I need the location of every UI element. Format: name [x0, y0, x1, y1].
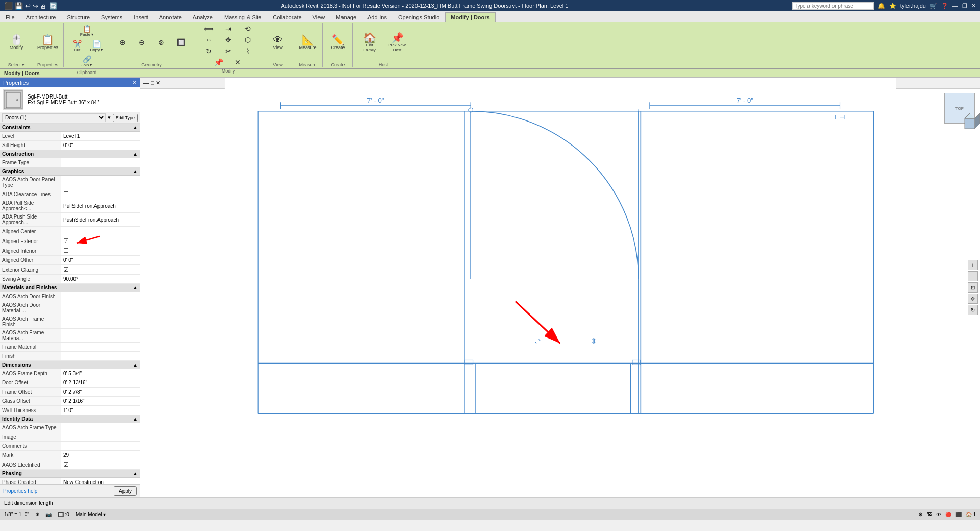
modify-button[interactable]: 🖱️ Modify	[5, 33, 28, 52]
rotate-button[interactable]: ↻	[200, 46, 218, 56]
comments-value[interactable]	[61, 442, 140, 450]
fit-view-btn[interactable]: ⊡	[968, 282, 978, 293]
unjoin-geometry-button[interactable]: ⊗	[152, 37, 170, 47]
design-options-icon[interactable]: 🏗	[927, 512, 932, 517]
properties-button[interactable]: 📋 Properties	[35, 33, 60, 52]
wall-joins-button[interactable]: 🔲	[172, 37, 190, 47]
aligned-exterior-value[interactable]	[61, 236, 140, 246]
qa-sync[interactable]: 🔄	[49, 2, 57, 10]
reveal-hidden-icon[interactable]: 👁	[936, 512, 941, 517]
pick-new-host-button[interactable]: 📌 Pick NewHost	[384, 31, 410, 54]
image-value[interactable]	[61, 432, 140, 441]
mark-value[interactable]: 29	[61, 451, 140, 460]
help-icon[interactable]: ❓	[941, 3, 948, 9]
zoom-in-btn[interactable]: +	[968, 260, 978, 270]
orbit-btn[interactable]: ↻	[968, 305, 978, 315]
pin-button[interactable]: 📌	[209, 57, 228, 67]
section-phasing[interactable]: Phasing ▲	[0, 470, 140, 478]
delete-button[interactable]: ✕	[229, 57, 247, 67]
section-constraints[interactable]: Constraints ▲	[0, 124, 140, 132]
nav-cube[interactable]: TOP	[944, 93, 975, 124]
electrified-checkbox[interactable]	[63, 461, 69, 468]
paste-button[interactable]: 📋 Paste ▾	[77, 23, 97, 38]
close-btn[interactable]: ✕	[971, 3, 976, 9]
temporary-hide-icon[interactable]: 🔴	[945, 512, 951, 517]
tab-annotate[interactable]: Annotate	[154, 12, 187, 22]
apply-button[interactable]: Apply	[114, 486, 137, 496]
qa-undo[interactable]: ↩	[25, 2, 31, 10]
tab-architecture[interactable]: Architecture	[20, 12, 62, 22]
frame-offset-value[interactable]: 0' 2 7/8"	[61, 388, 140, 396]
exterior-glazing-value[interactable]	[61, 265, 140, 274]
copy-element-button[interactable]: ⬡	[238, 35, 257, 45]
qa-redo[interactable]: ↪	[33, 2, 38, 10]
section-materials[interactable]: Materials and Finishes ▲	[0, 284, 140, 292]
scale-label[interactable]: 1/8" = 1'-0"	[4, 512, 29, 517]
properties-close-icon[interactable]: ✕	[132, 79, 137, 86]
tab-systems[interactable]: Systems	[95, 12, 128, 22]
minimize-btn[interactable]: —	[952, 3, 958, 9]
tab-massing[interactable]: Massing & Site	[218, 12, 267, 22]
qa-print[interactable]: 🖨	[40, 2, 47, 10]
sill-height-value[interactable]: 0' 0"	[61, 141, 140, 150]
section-identity[interactable]: Identity Data ▲	[0, 415, 140, 423]
ada-pull-value[interactable]: PullSideFrontApproach	[61, 199, 140, 212]
tab-view[interactable]: View	[307, 12, 331, 22]
workset-icon[interactable]: ⚙	[918, 512, 923, 517]
tab-structure[interactable]: Structure	[61, 12, 95, 22]
view-control-icon[interactable]: ⬛	[955, 512, 962, 517]
arch-door-finish-value[interactable]	[61, 292, 140, 301]
pan-btn[interactable]: ✥	[968, 294, 978, 304]
ada-clearance-value[interactable]	[61, 189, 140, 199]
exterior-glazing-checkbox[interactable]	[63, 266, 69, 273]
arch-door-material-value[interactable]	[61, 301, 140, 315]
arch-frame-type-value[interactable]	[61, 423, 140, 432]
split-button[interactable]: ⌇	[238, 46, 257, 56]
glass-offset-value[interactable]: 0' 2 1/16"	[61, 397, 140, 405]
arch-frame-material-value[interactable]	[61, 329, 140, 342]
copy-button[interactable]: 📄 Copy ▾	[87, 39, 106, 54]
properties-help-link[interactable]: Properties help	[3, 488, 37, 494]
tab-manage[interactable]: Manage	[330, 12, 362, 22]
tab-analyze[interactable]: Analyze	[187, 12, 218, 22]
maximize-btn[interactable]: ❐	[962, 3, 967, 9]
frame-material-value[interactable]	[61, 343, 140, 351]
swing-angle-value[interactable]: 90.00°	[61, 275, 140, 283]
tab-addins[interactable]: Add-Ins	[362, 12, 393, 22]
qa-save[interactable]: 💾	[15, 2, 23, 10]
cut-geometry-button[interactable]: ⊕	[113, 37, 132, 47]
ada-push-value[interactable]: PushSideFrontApproach	[61, 213, 140, 226]
create-button[interactable]: ✏️ Create	[327, 33, 349, 52]
element-selector[interactable]: Doors (1)	[2, 113, 106, 122]
search-input[interactable]	[792, 2, 874, 10]
cut-button[interactable]: ✂️ Cut	[68, 39, 86, 54]
view-model-selector[interactable]: Main Model ▾	[76, 512, 106, 517]
viewport[interactable]: — □ ✕ Floor Plan: Level 1 7' - 0" 7' - 0…	[140, 78, 980, 497]
move-button[interactable]: ✥	[219, 35, 237, 45]
camera-icon[interactable]: 📷	[45, 512, 52, 517]
join-geometry-button[interactable]: ⊖	[133, 37, 151, 47]
wall-thickness-value[interactable]: 1' 0"	[61, 406, 140, 415]
arch-door-panel-value[interactable]	[61, 176, 140, 189]
door-offset-value[interactable]: 0' 2 13/16"	[61, 378, 140, 387]
edit-type-button[interactable]: Edit Type	[113, 114, 138, 122]
trim-button[interactable]: ✂	[219, 46, 237, 56]
measure-button[interactable]: 📐 Measure	[297, 33, 319, 52]
tab-insert[interactable]: Insert	[128, 12, 154, 22]
offset-button[interactable]: ⇥	[219, 23, 237, 34]
align-button[interactable]: ⟺	[200, 23, 218, 34]
frame-type-value[interactable]	[61, 158, 140, 167]
section-construction[interactable]: Construction ▲	[0, 150, 140, 158]
view-button[interactable]: 👁 View	[266, 33, 289, 52]
view-settings-icon[interactable]: ❄	[35, 512, 39, 517]
section-graphics[interactable]: Graphics ▲	[0, 167, 140, 176]
ada-clearance-checkbox[interactable]	[63, 190, 69, 198]
phase-created-value[interactable]: New Construction	[61, 478, 140, 484]
aligned-other-value[interactable]: 0' 0"	[61, 256, 140, 264]
join-button[interactable]: 🔗 Join ▾	[78, 54, 96, 69]
frame-depth-value[interactable]: 0' 5 3/4"	[61, 369, 140, 378]
level-value[interactable]	[61, 132, 140, 140]
electrified-value[interactable]	[61, 460, 140, 469]
level-input[interactable]	[63, 133, 138, 139]
zoom-out-btn[interactable]: -	[968, 271, 978, 281]
